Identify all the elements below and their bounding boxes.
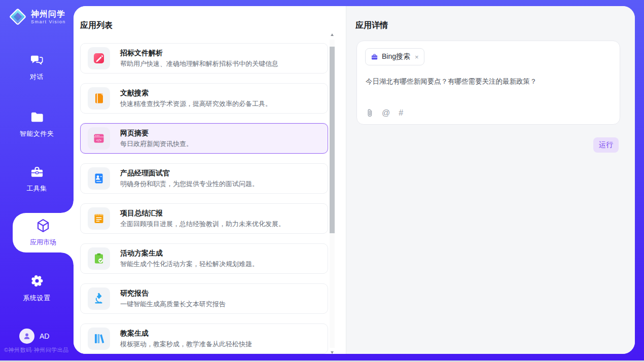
user-initials: AD [40,332,49,340]
scrollbar-down-arrow[interactable] [331,351,334,354]
toolbox-icon [30,165,44,178]
content-area: 应用列表 招标文件解析 帮助用户快速、准确地 [74,6,635,354]
gear-icon [30,274,44,288]
brand-name: 神州问学 [31,10,66,19]
paperclip-icon[interactable] [366,108,373,118]
sidebar: 神州问学 Smart Vision 对话 智能文件夹 [0,0,74,362]
app-desc: 智能生成个性化活动方案，轻松解决规划难题。 [120,260,259,269]
sidebar-footer: ©神州数码·神州问学出品 [4,346,75,354]
sidebar-item-chat[interactable]: 对话 [0,55,74,82]
app-list-panel: 应用列表 招标文件解析 帮助用户快速、准确地 [74,6,346,354]
app-title: 活动方案生成 [120,248,259,258]
app-title: 研究报告 [120,288,226,298]
app-card-bid-parse[interactable]: 招标文件解析 帮助用户快速、准确地理解和解析招标书中的关键信息 [80,43,328,74]
app-title: 教案生成 [120,329,252,338]
scrollbar-thumb[interactable] [330,47,335,233]
interviewer-icon [88,167,110,190]
sidebar-item-smart-folder[interactable]: 智能文件夹 [0,111,74,138]
at-icon[interactable]: @ [382,109,390,117]
app-desc: 每日政府新闻资讯快查。 [120,139,193,149]
app-desc: 明确身份和职责，为您提供专业性的面试问题。 [120,179,259,189]
app-desc: 快速精准查找学术资源，提高研究效率的必备工具。 [120,99,272,108]
query-text[interactable]: 今日湖北有哪些新闻要点？有哪些需要关注的最新政策？ [366,77,612,86]
person-icon [22,332,31,341]
brand-subtitle: Smart Vision [31,19,66,24]
briefcase-icon [371,53,378,61]
run-button[interactable]: 运行 [593,137,619,153]
hash-icon[interactable]: # [399,109,403,117]
app-card-event-plan[interactable]: 活动方案生成 智能生成个性化活动方案，轻松解决规划难题。 [80,243,328,274]
app-list-title: 应用列表 [80,20,113,31]
app-title: 产品经理面试官 [120,168,259,177]
app-desc: 一键智能生成高质量长文本研究报告 [120,300,226,309]
sidebar-item-app-market[interactable]: 应用市场 [13,213,74,252]
brand-logo: 神州问学 Smart Vision [8,7,66,26]
notepad-icon [88,207,110,230]
chip-close-icon[interactable]: × [415,53,419,61]
user-profile[interactable]: AD [19,329,49,344]
app-card-web-summary[interactable]: </> 网页摘要 每日政府新闻资讯快查。 [80,123,328,154]
sidebar-item-label: 智能文件夹 [0,129,74,138]
prompt-card[interactable]: Bing搜索 × 今日湖北有哪些新闻要点？有哪些需要关注的最新政策？ @ # [356,41,620,125]
tool-chip-label: Bing搜索 [382,52,410,61]
app-title: 招标文件解析 [120,48,278,57]
sidebar-item-settings[interactable]: 系统设置 [0,274,74,303]
app-title: 文献搜索 [120,88,272,97]
app-card-literature-search[interactable]: 文献搜索 快速精准查找学术资源，提高研究效率的必备工具。 [80,83,328,114]
sidebar-item-label: 工具集 [0,184,74,193]
webpage-code-icon: </> [88,127,110,150]
brand-gem-icon [8,7,27,26]
sidebar-item-label: 对话 [0,73,74,82]
bid-document-icon [88,47,110,69]
book-icon [88,87,110,110]
app-card-lesson-plan[interactable]: 教案生成 模板驱动，教案秒成，教学准备从此轻松快捷 [80,323,328,354]
app-title: 网页摘要 [120,128,193,137]
chat-icon [30,55,44,67]
app-card-list: 招标文件解析 帮助用户快速、准确地理解和解析招标书中的关键信息 文献搜索 [80,43,328,354]
folder-icon [30,111,44,124]
sidebar-item-label: 系统设置 [0,294,74,303]
sidebar-item-toolset[interactable]: 工具集 [0,165,74,193]
tool-chip-bing-search[interactable]: Bing搜索 × [365,48,424,65]
clipboard-check-icon [88,247,110,270]
scrollbar-up-arrow[interactable] [331,33,334,36]
microscope-icon [88,287,110,310]
app-detail-title: 应用详情 [355,20,388,31]
cube-icon [35,218,51,233]
app-title: 项目总结汇报 [120,208,285,218]
sidebar-item-label: 应用市场 [13,238,74,247]
composer-toolbar: @ # [366,108,403,118]
app-desc: 帮助用户快速、准确地理解和解析招标书中的关键信息 [120,59,278,68]
app-desc: 全面回顾项目进展，总结经验教训，助力未来优化发展。 [120,220,285,229]
app-desc: 模板驱动，教案秒成，教学准备从此轻松快捷 [120,340,252,349]
scrollbar[interactable] [330,40,335,348]
app-card-research-report[interactable]: 研究报告 一键智能生成高质量长文本研究报告 [80,283,328,314]
books-icon [88,328,110,350]
app-card-pm-interviewer[interactable]: 产品经理面试官 明确身份和职责，为您提供专业性的面试问题。 [80,163,328,194]
svg-text:</>: </> [96,138,101,142]
app-window: 神州问学 Smart Vision 对话 智能文件夹 [0,0,644,362]
avatar [19,329,34,344]
app-detail-panel: 应用详情 Bing搜索 × 今日湖北有哪些新闻要点？有哪些需要关注的最新政策？ [346,6,635,354]
app-card-project-summary[interactable]: 项目总结汇报 全面回顾项目进展，总结经验教训，助力未来优化发展。 [80,203,328,234]
